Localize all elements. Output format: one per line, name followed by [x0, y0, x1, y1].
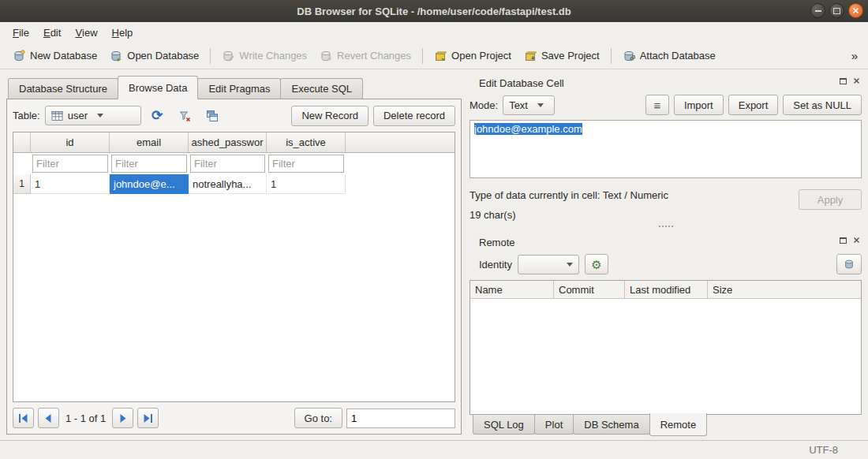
new-record-button[interactable]: New Record	[291, 106, 369, 126]
clone-database-button[interactable]	[836, 254, 862, 274]
mode-label: Mode:	[470, 99, 498, 111]
revert-changes-icon	[320, 50, 332, 62]
save-project-icon	[524, 50, 537, 62]
tab-sql-log[interactable]: SQL Log	[473, 415, 535, 435]
identity-settings-button[interactable]: ⚙	[585, 254, 608, 274]
save-project-button[interactable]: Save Project	[518, 46, 606, 66]
cell-email-selected[interactable]: johndoe@e...	[110, 174, 189, 194]
first-page-button[interactable]	[13, 408, 34, 428]
cell-is-active[interactable]: 1	[267, 174, 346, 194]
grid-corner	[13, 132, 31, 153]
tab-edit-pragmas[interactable]: Edit Pragmas	[197, 78, 281, 99]
tab-database-structure[interactable]: Database Structure	[8, 78, 118, 99]
tab-browse-data[interactable]: Browse Data	[118, 76, 198, 99]
filter-input-hashed-password[interactable]	[190, 155, 265, 173]
identity-label: Identity	[479, 259, 512, 271]
clear-filters-button[interactable]	[174, 105, 196, 126]
next-page-button[interactable]	[112, 408, 133, 428]
attach-database-icon	[623, 50, 635, 62]
remote-file-list-body	[470, 299, 861, 414]
chevron-down-icon	[537, 103, 544, 107]
delete-record-button[interactable]: Delete record	[373, 106, 455, 126]
cell-editor[interactable]: johndoe@example.com	[470, 120, 862, 178]
column-header-hashed-password[interactable]: ashed_passwor	[189, 132, 267, 153]
column-header-filler	[346, 132, 455, 153]
remote-float-button[interactable]	[838, 235, 848, 245]
mode-combobox[interactable]: Text	[503, 95, 555, 115]
remote-column-commit[interactable]: Commit	[554, 281, 625, 298]
filter-input-is-active[interactable]	[268, 155, 344, 173]
last-page-button[interactable]	[137, 408, 159, 428]
cell-info-texts: Type of data currently in cell: Text / N…	[470, 189, 668, 221]
tab-plot[interactable]: Plot	[534, 415, 574, 435]
filter-input-id[interactable]	[32, 155, 108, 173]
dock-splitter-handle[interactable]	[470, 221, 862, 232]
toolbar-overflow-button[interactable]: »	[847, 49, 862, 62]
menu-edit[interactable]: Edit	[36, 22, 68, 43]
encoding-label: UTF-8	[809, 444, 838, 456]
set-null-button[interactable]: Set as NULL	[783, 95, 862, 115]
minimize-icon	[815, 10, 821, 12]
table-controls-row: Table: user ⟳ New Record Dele	[13, 105, 455, 126]
statusbar: UTF-8	[0, 440, 868, 459]
goto-input[interactable]	[346, 409, 455, 428]
cell-size-label: 19 char(s)	[470, 209, 668, 221]
open-project-label: Open Project	[451, 50, 511, 62]
new-database-icon	[13, 50, 25, 62]
prev-page-button[interactable]	[38, 408, 59, 428]
column-header-email[interactable]: email	[110, 132, 189, 153]
app-window: DB Browser for SQLite - /home/user/code/…	[0, 0, 868, 459]
edit-cell-close-button[interactable]	[851, 76, 862, 86]
import-button[interactable]: Import	[674, 95, 724, 115]
open-project-button[interactable]: Open Project	[428, 46, 518, 66]
next-page-icon	[118, 413, 128, 424]
pagination-bar: 1 - 1 of 1 Go to:	[13, 408, 455, 428]
table-row: 1 1 johndoe@e... notreallyha... 1	[13, 174, 455, 194]
menu-view[interactable]: View	[68, 22, 104, 43]
goto-button[interactable]: Go to:	[294, 408, 342, 428]
cell-type-label: Type of data currently in cell: Text / N…	[470, 189, 668, 201]
attach-database-button[interactable]: Attach Database	[616, 46, 722, 66]
filter-input-email[interactable]	[111, 155, 187, 173]
open-database-button[interactable]: Open Database	[103, 46, 205, 66]
write-changes-label: Write Changes	[239, 50, 307, 62]
clone-database-icon	[844, 259, 855, 270]
maximize-icon	[833, 8, 840, 14]
remote-column-last-modified[interactable]: Last modified	[625, 281, 708, 298]
cell-editor-toolbar: Mode: Text ≡ Import Export Set as NULL	[470, 95, 862, 115]
window-controls	[810, 3, 863, 18]
column-header-id[interactable]: id	[31, 132, 110, 153]
close-button[interactable]	[848, 3, 863, 18]
cell-editor-content: johndoe@example.com	[474, 123, 582, 135]
export-button[interactable]: Export	[728, 95, 779, 115]
tab-remote[interactable]: Remote	[649, 413, 708, 436]
tab-db-schema[interactable]: DB Schema	[573, 415, 649, 435]
chevron-down-icon	[567, 263, 573, 267]
maximize-button[interactable]	[829, 3, 844, 18]
remote-list-header: Name Commit Last modified Size	[470, 281, 861, 299]
remote-column-size[interactable]: Size	[708, 281, 861, 298]
column-header-is-active[interactable]: is_active	[267, 132, 346, 153]
identity-combobox[interactable]	[518, 255, 579, 274]
row-header[interactable]: 1	[13, 174, 31, 194]
remote-column-name[interactable]: Name	[470, 281, 554, 298]
refresh-button[interactable]: ⟳	[146, 105, 169, 126]
dock-tabbar: SQL Log Plot DB Schema Remote	[470, 415, 862, 437]
tab-execute-sql[interactable]: Execute SQL	[280, 78, 363, 99]
remote-close-button[interactable]	[851, 235, 862, 245]
new-database-button[interactable]: New Database	[6, 46, 103, 66]
menu-help[interactable]: Help	[105, 22, 140, 43]
word-wrap-button[interactable]: ≡	[645, 95, 669, 115]
table-label: Table:	[13, 110, 40, 121]
table-combobox[interactable]: user	[45, 106, 141, 125]
edit-cell-float-button[interactable]	[838, 76, 848, 86]
grip-icon	[659, 226, 660, 227]
menu-file[interactable]: File	[6, 22, 36, 43]
word-wrap-icon: ≡	[653, 99, 660, 111]
cell-id[interactable]: 1	[31, 174, 110, 194]
cell-hashed-password[interactable]: notreallyha...	[189, 174, 267, 194]
save-view-button[interactable]	[201, 105, 224, 126]
remote-title: Remote	[479, 237, 515, 248]
menubar: File Edit View Help	[0, 22, 868, 43]
minimize-button[interactable]	[810, 3, 825, 18]
